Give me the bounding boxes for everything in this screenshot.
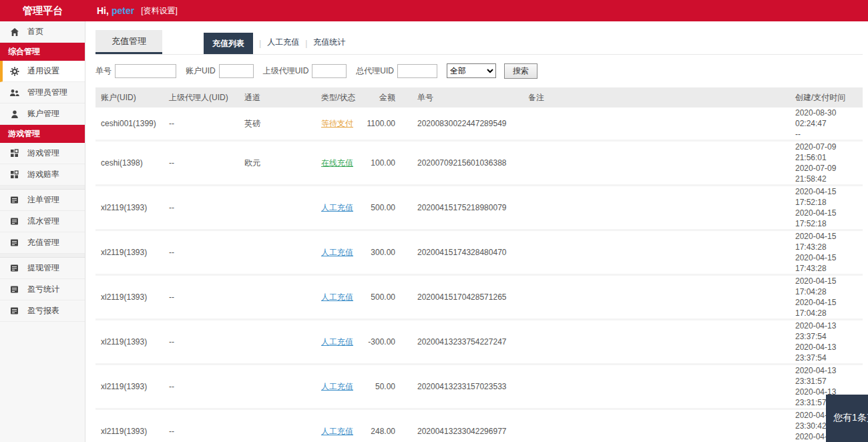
sidebar-item-bet-management[interactable]: 注单管理 [0, 190, 85, 211]
tab-separator: | [305, 39, 307, 48]
profile-settings-link[interactable]: [资料设置] [141, 5, 178, 17]
sidebar-item-home[interactable]: 首页 [0, 21, 85, 43]
cell-agent: -- [164, 119, 239, 128]
cell-amount: 500.00 [366, 203, 412, 212]
status-link[interactable]: 人工充值 [321, 248, 353, 257]
paid-time: 2020-07-09 21:58:42 [795, 163, 863, 184]
cell-amount: -300.00 [366, 337, 412, 347]
cell-created-paid: 2020-07-09 21:56:01 2020-07-09 21:58:42 [790, 142, 863, 184]
sidebar-item-profit-stats[interactable]: 盈亏统计 [0, 279, 85, 300]
cell-agent: -- [164, 427, 239, 436]
cell-channel: 英磅 [239, 118, 316, 130]
notification-popup[interactable]: 您有1条充 [826, 395, 868, 442]
grid-icon [9, 170, 19, 180]
table-header: 账户(UID) 上级代理人(UID) 通道 类型/状态 金额 单号 备注 创建/… [95, 87, 863, 107]
cell-agent: -- [164, 248, 239, 257]
cell-order-no: 20200413233042296977 [412, 427, 523, 436]
cell-account: xl2119(1393) [95, 337, 164, 347]
sidebar-section-general: 综合管理 [0, 43, 85, 61]
status-link[interactable]: 人工充值 [321, 382, 353, 391]
sidebar-item-general-settings[interactable]: 通用设置 [0, 61, 85, 82]
cell-account: xl2119(1393) [95, 203, 164, 212]
sidebar-item-turnover-management[interactable]: 流水管理 [0, 211, 85, 232]
sidebar-item-recharge-management[interactable]: 充值管理 [0, 232, 85, 254]
user-icon [9, 109, 19, 119]
page-title-row: 充值管理 充值列表 | 人工充值 | 充值统计 [95, 30, 863, 55]
sidebar-item-account-management[interactable]: 账户管理 [0, 103, 85, 125]
cell-account: xl2119(1393) [95, 248, 164, 257]
sidebar-item-withdraw-management[interactable]: 提现管理 [0, 258, 85, 279]
sidebar-item-label: 提现管理 [27, 262, 59, 274]
search-button[interactable]: 搜索 [504, 63, 537, 79]
greeting-text: Hi, [97, 5, 109, 16]
table-row: xl2119(1393) -- 人工充值 248.00 202004132330… [95, 410, 863, 442]
report-icon [9, 263, 19, 273]
status-link[interactable]: 人工充值 [321, 337, 353, 347]
sidebar-item-game-management[interactable]: 游戏管理 [0, 143, 85, 164]
home-icon [9, 27, 19, 37]
cell-account: ceshi001(1399) [95, 119, 164, 128]
cell-order-no: 20200415174328480470 [412, 248, 523, 257]
account-uid-input[interactable] [219, 64, 254, 78]
cell-amount: 500.00 [366, 292, 412, 302]
section-label: 综合管理 [8, 46, 40, 57]
table-row: xl2119(1393) -- 人工充值 500.00 202004151752… [95, 186, 863, 231]
tab-separator: | [259, 39, 261, 48]
created-time: 2020-07-09 21:56:01 [795, 142, 863, 163]
status-link[interactable]: 人工充值 [321, 203, 353, 212]
table-row: xl2119(1393) -- 人工充值 300.00 202004151743… [95, 231, 863, 276]
sidebar-item-label: 首页 [27, 26, 43, 37]
sidebar-item-label: 流水管理 [27, 216, 59, 227]
cell-account: xl2119(1393) [95, 382, 164, 391]
cell-account: xl2119(1393) [95, 427, 164, 436]
top-agent-uid-input[interactable] [397, 64, 437, 78]
cell-amount: 300.00 [366, 248, 412, 257]
cell-order-no: 20200413233157023533 [412, 382, 523, 391]
paid-time: 2020-04-15 17:43:28 [795, 252, 863, 274]
sidebar-item-profit-report[interactable]: 盈亏报表 [0, 300, 85, 322]
type-select[interactable]: 全部 [447, 63, 496, 78]
cell-account: ceshi(1398) [95, 158, 164, 168]
created-time: 2020-04-13 23:37:54 [795, 320, 863, 342]
cell-amount: 1100.00 [366, 119, 412, 128]
tab-recharge-stats[interactable]: 充值统计 [313, 37, 345, 51]
status-link[interactable]: 等待支付 [321, 119, 353, 128]
order-no-label: 单号 [95, 65, 112, 77]
cell-amount: 50.00 [366, 382, 412, 391]
cell-order-no: 20200830022447289549 [412, 119, 523, 128]
cell-created-paid: 2020-08-30 02:24:47 -- [790, 107, 863, 140]
report-icon [9, 238, 19, 248]
sidebar-item-admin-management[interactable]: 管理员管理 [0, 82, 85, 103]
cell-created-paid: 2020-04-15 17:43:28 2020-04-15 17:43:28 [790, 231, 863, 274]
created-time: 2020-08-30 02:24:47 [795, 107, 863, 129]
sidebar-item-label: 管理员管理 [27, 87, 67, 98]
col-amount: 金额 [366, 92, 412, 103]
cell-order-no: 20200415170428571265 [412, 292, 523, 302]
col-status: 类型/状态 [316, 92, 366, 103]
cell-created-paid: 2020-04-15 17:52:18 2020-04-15 17:52:18 [790, 186, 863, 229]
status-link[interactable]: 人工充值 [321, 292, 353, 302]
sidebar-item-label: 通用设置 [27, 65, 59, 77]
tab-recharge-list[interactable]: 充值列表 [204, 33, 253, 54]
tab-manual-recharge[interactable]: 人工充值 [267, 37, 299, 51]
col-agent: 上级代理人(UID) [164, 92, 239, 103]
col-remark: 备注 [523, 92, 790, 103]
status-link[interactable]: 人工充值 [321, 427, 353, 436]
report-icon [9, 195, 19, 205]
main-content: 充值管理 充值列表 | 人工充值 | 充值统计 单号 账户UID 上级代理UID… [86, 21, 868, 442]
sidebar-item-label: 游戏管理 [27, 148, 59, 159]
sidebar-item-game-odds[interactable]: 游戏赔率 [0, 164, 85, 186]
cell-agent: -- [164, 337, 239, 347]
paid-time: 2020-04-13 23:37:54 [795, 342, 863, 363]
agent-uid-input[interactable] [312, 64, 347, 78]
cell-agent: -- [164, 382, 239, 391]
cell-agent: -- [164, 292, 239, 302]
created-time: 2020-04-15 17:04:28 [795, 276, 863, 297]
cell-agent: -- [164, 203, 239, 212]
order-no-input[interactable] [115, 64, 176, 78]
sidebar-item-label: 注单管理 [27, 194, 59, 206]
sidebar-item-label: 账户管理 [27, 108, 59, 120]
report-icon [9, 306, 19, 316]
status-link[interactable]: 在线充值 [321, 158, 353, 168]
report-icon [9, 284, 19, 294]
